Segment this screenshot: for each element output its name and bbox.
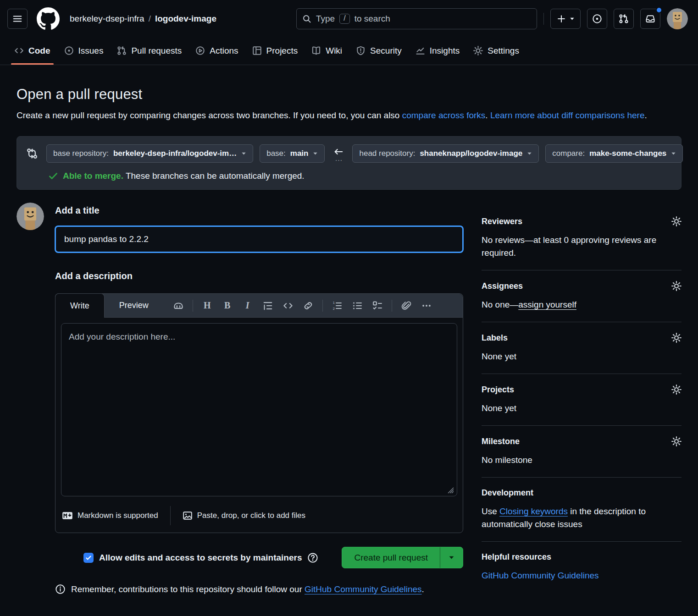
quote-button[interactable]: [259, 297, 277, 314]
attach-files-link[interactable]: Paste, drop, or click to add files: [183, 511, 305, 521]
author-avatar: [17, 203, 44, 230]
intro-text: .: [644, 110, 647, 120]
editor-toolbar: H B I: [163, 294, 442, 317]
caret-down-icon: [241, 152, 246, 155]
development-title: Development: [482, 488, 533, 498]
svg-text:1: 1: [332, 301, 334, 305]
write-tab[interactable]: Write: [55, 293, 105, 318]
issue-opened-icon: [592, 14, 602, 24]
labels-title: Labels: [482, 333, 508, 343]
pr-sidebar: Reviewers No reviews—at least 0 approvin…: [482, 203, 681, 582]
code-button[interactable]: [279, 297, 297, 314]
sidebar-section-milestone: Milestone No milestone: [482, 436, 681, 467]
dropdown-value: make-some-changes: [589, 149, 666, 158]
ordered-list-icon: 12: [332, 301, 342, 311]
avatar-image: [667, 8, 688, 29]
svg-text:2: 2: [332, 306, 334, 310]
helpful-resources-title: Helpful resources: [482, 552, 551, 562]
plus-icon: [557, 14, 566, 23]
github-logo[interactable]: [37, 7, 60, 30]
shield-icon: [356, 46, 366, 55]
milestone-status: No milestone: [482, 454, 681, 467]
diff-comparisons-link[interactable]: Learn more about diff comparisons here: [490, 110, 645, 120]
sidebar-section-labels: Labels None yet: [482, 333, 681, 363]
user-avatar[interactable]: [667, 8, 688, 29]
task-list-button[interactable]: [369, 297, 386, 314]
sidebar-divider: [482, 425, 681, 426]
assignees-status: No one—assign yourself: [482, 298, 681, 311]
dropdown-value: main: [290, 149, 309, 158]
project-table-icon: [252, 46, 262, 55]
pull-requests-header-button[interactable]: [614, 9, 634, 29]
ordered-list-button[interactable]: 12: [328, 297, 346, 314]
sidebar-divider: [482, 322, 681, 322]
tab-insights[interactable]: Insights: [409, 37, 466, 65]
assignees-title: Assignees: [482, 281, 523, 291]
pr-title-input[interactable]: [55, 226, 463, 253]
bold-button[interactable]: B: [219, 297, 236, 314]
tab-label: Wiki: [326, 46, 342, 56]
sidebar-divider: [482, 374, 681, 374]
create-pull-request-button[interactable]: Create pull request: [342, 547, 440, 568]
tab-security[interactable]: Security: [349, 37, 409, 65]
tab-projects[interactable]: Projects: [245, 37, 305, 65]
sidebar-divider: [482, 477, 681, 478]
breadcrumb-repo-link[interactable]: logodev-image: [155, 14, 216, 24]
sidebar-section-helpful-resources: Helpful resources GitHub Community Guide…: [482, 552, 681, 582]
closing-keywords-link[interactable]: Closing keywords: [499, 506, 568, 516]
branch-compare-bar: base repository: berkeley-dsep-infra/log…: [17, 136, 681, 190]
base-repository-dropdown[interactable]: base repository: berkeley-dsep-infra/log…: [46, 144, 253, 163]
create-pull-request-options-button[interactable]: [440, 547, 463, 568]
hamburger-menu-button[interactable]: [7, 9, 28, 29]
caret-down-icon: [671, 152, 676, 155]
dropdown-label: base repository:: [53, 149, 109, 158]
italic-button[interactable]: I: [239, 297, 256, 314]
tab-issues[interactable]: Issues: [57, 37, 111, 65]
more-options-button[interactable]: [418, 297, 435, 314]
link-button[interactable]: [299, 297, 317, 314]
gear-icon[interactable]: [671, 385, 681, 395]
compare-across-forks-link[interactable]: compare across forks: [402, 110, 486, 120]
maintainer-edits-label[interactable]: Allow edits and access to secrets by mai…: [99, 553, 302, 563]
helpful-community-guidelines-link[interactable]: GitHub Community Guidelines: [482, 571, 599, 580]
merge-status: Able to merge. These branches can be aut…: [48, 171, 672, 181]
maintainer-edits-checkbox[interactable]: [83, 553, 94, 563]
community-guidelines-link[interactable]: GitHub Community Guidelines: [305, 584, 422, 594]
tab-settings[interactable]: Settings: [466, 37, 526, 65]
caret-down-icon: [449, 556, 454, 560]
create-new-button[interactable]: [550, 9, 581, 29]
tab-pull-requests[interactable]: Pull requests: [110, 37, 188, 65]
unordered-list-button[interactable]: [349, 297, 366, 314]
repo-tab-nav: Code Issues Pull requests Actions Projec…: [0, 37, 698, 65]
tab-wiki[interactable]: Wiki: [305, 37, 349, 65]
merge-status-bold: Able to merge.: [63, 171, 123, 181]
tab-code[interactable]: Code: [7, 37, 57, 65]
markdown-supported-link[interactable]: Markdown is supported: [62, 511, 158, 520]
head-repository-dropdown[interactable]: head repository: shaneknapp/logodev-imag…: [352, 144, 539, 163]
gear-icon: [473, 46, 483, 55]
tab-label: Security: [370, 46, 402, 56]
gear-icon[interactable]: [671, 216, 681, 226]
gear-icon[interactable]: [671, 333, 681, 343]
assign-yourself-link[interactable]: assign yourself: [518, 300, 576, 309]
help-icon[interactable]: [307, 552, 318, 563]
search-input[interactable]: Type / to search: [296, 8, 537, 29]
pr-description-textarea[interactable]: [61, 323, 457, 496]
attach-file-button[interactable]: [398, 297, 415, 314]
caret-down-icon: [313, 152, 318, 155]
gear-icon[interactable]: [671, 436, 681, 446]
preview-tab[interactable]: Preview: [105, 294, 163, 317]
base-branch-dropdown[interactable]: base: main: [260, 144, 325, 163]
compare-branch-dropdown[interactable]: compare: make-some-changes: [545, 144, 683, 163]
git-compare-icon: [26, 148, 38, 160]
breadcrumb-org-link[interactable]: berkeley-dsep-infra: [70, 14, 144, 24]
inbox-button[interactable]: [640, 9, 660, 29]
heading-button[interactable]: H: [199, 297, 216, 314]
tab-actions[interactable]: Actions: [188, 37, 245, 65]
gear-icon[interactable]: [671, 281, 681, 291]
copilot-button[interactable]: [170, 297, 187, 314]
milestone-title: Milestone: [482, 437, 520, 446]
bold-icon: B: [224, 300, 230, 311]
issues-header-button[interactable]: [587, 9, 607, 29]
issue-opened-icon: [64, 46, 74, 55]
